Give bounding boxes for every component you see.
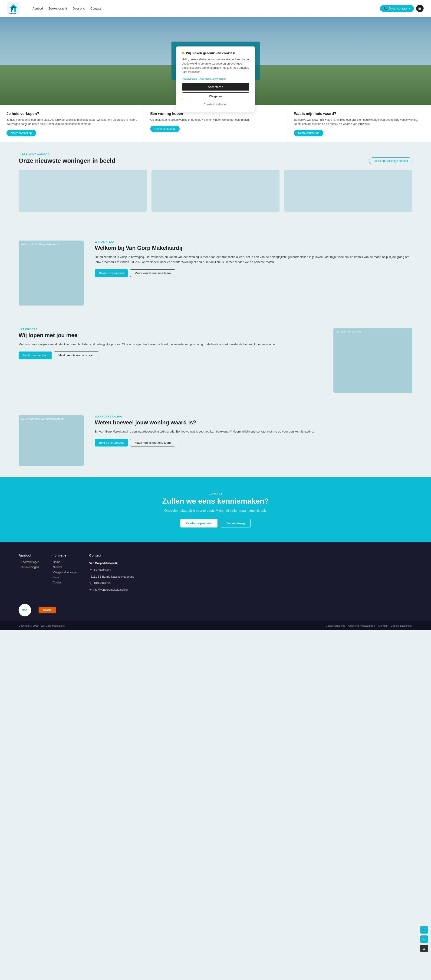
- footer-link-links: Links: [50, 576, 78, 579]
- cookie-decline-button[interactable]: Weigeren: [182, 92, 249, 100]
- footer-address-line: 📍 Herenstraat 1: [89, 568, 134, 573]
- properties-grid: [19, 170, 412, 216]
- footer-link-home-a[interactable]: Home: [53, 560, 60, 564]
- contact-btn2[interactable]: Bel mij terug: [221, 519, 251, 528]
- footer-phone-line: 📞 013-2340080: [89, 581, 134, 586]
- svg-rect-5: [12, 10, 14, 12]
- featured-cta-button[interactable]: Bekijk ons volledige aanbod: [369, 158, 412, 164]
- process-tag: HET PROCES: [19, 328, 322, 331]
- process-image: Wij lopen met jou mee: [334, 328, 412, 393]
- about-image: Welkom bij Van Gorp Makelaardij: [19, 240, 84, 305]
- footer-link-home: Home: [50, 560, 78, 564]
- nav-aanbod[interactable]: Aanbod: [32, 7, 43, 10]
- footer-link-faq: Veelgestelde vragen: [50, 571, 78, 574]
- footer-bottom: Copyright © 2025 · Van Gorp Makelaardij …: [0, 621, 431, 630]
- waarde-img-label: Weten hoeveel jouw woning waard is?: [21, 417, 64, 420]
- about-content: WIE ZIJN WIJ Welkom bij Van Gorp Makelaa…: [95, 240, 412, 277]
- waarde-image: Weten hoeveel jouw woning waard is?: [19, 415, 84, 466]
- nav-contact[interactable]: Contact: [90, 7, 101, 10]
- contact-btn-row: Contact opnemen Bel mij terug: [19, 519, 412, 528]
- footer-cookie-instellingen[interactable]: Cookie-instellingen: [391, 624, 412, 627]
- footer-algemene-voorwaarden[interactable]: Algemene voorwaarden: [348, 624, 375, 627]
- nav-over-ons[interactable]: Over ons: [72, 7, 85, 10]
- contact-tag: CONTACT: [19, 492, 412, 495]
- footer-email: info@vangorpmakelaardij.nl: [93, 587, 128, 592]
- footer-col1-links: Koopwoningen Huurwoningen: [19, 560, 39, 569]
- card-kopen-cta[interactable]: Neem contact op: [150, 126, 180, 132]
- cookie-settings-button[interactable]: Cookie-instellingen: [182, 102, 249, 107]
- property-placeholder-2: [152, 170, 280, 212]
- about-text: De huizenmarkt is volop in beweging. Het…: [95, 255, 412, 265]
- navbar: VAN GORP Aanbod Zoekopdracht Over ons Co…: [0, 0, 431, 17]
- cookie-accept-button[interactable]: Accepteren: [182, 83, 249, 91]
- card-kopen-title: Een woning kopen: [150, 112, 281, 116]
- footer-link-huur-a[interactable]: Huurwoningen: [21, 566, 39, 569]
- property-placeholder-3: [284, 170, 412, 212]
- process-btn2[interactable]: Maak kennis met ons team: [54, 352, 99, 359]
- featured-section: UITGELICHT AANBOD Onze nieuwste woningen…: [0, 142, 431, 229]
- footer-link-faq-a[interactable]: Veelgestelde vragen: [53, 571, 78, 574]
- footer-link-koop-a[interactable]: Koopwoningen: [21, 560, 39, 564]
- footer-col2-title: Informatie: [50, 554, 78, 557]
- about-btn2[interactable]: Maak kennis met ons team: [130, 269, 175, 277]
- location-icon: 📍: [89, 568, 93, 573]
- process-btn1[interactable]: Bekijk ons aanbod: [19, 352, 51, 359]
- card-waarde-cta[interactable]: Neem contact op: [294, 130, 323, 136]
- footer-link-contact-a[interactable]: Contact: [53, 581, 62, 584]
- contact-section: CONTACT Zullen we eens kennismaken? Onze…: [0, 477, 431, 542]
- footer-cookieverklaring[interactable]: Cookieverklaring: [326, 624, 345, 627]
- featured-title: Onze nieuwste woningen in beeld: [19, 157, 115, 164]
- footer-col2-links: Home Nieuws Veelgestelde vragen Links Co…: [50, 560, 78, 584]
- footer-link-nieuws-a[interactable]: Nieuws: [53, 566, 62, 569]
- menu-icon: ☰: [418, 6, 421, 11]
- card-verkopen: Je huis verkopen? Je huis verkopen is ee…: [0, 105, 144, 142]
- footer-company-name: Van Gorp Makelaardij: [89, 560, 134, 566]
- footer-col3-title: Contact: [89, 554, 134, 557]
- logo-icon: VAN GORP: [8, 2, 19, 14]
- cookie-links: Privacybeleid Algemene voorwaarden: [182, 77, 249, 80]
- process-btn-row: Bekijk ons aanbod Maak kennis met ons te…: [19, 352, 322, 359]
- navbar-links: Aanbod Zoekopdracht Over ons Contact: [32, 7, 372, 10]
- funda-text: funda: [43, 608, 51, 612]
- featured-header: Onze nieuwste woningen in beeld Bekijk o…: [19, 157, 412, 164]
- footer-col-info: Informatie Home Nieuws Veelgestelde vrag…: [50, 554, 78, 593]
- process-title: Wij lopen met jou mee: [19, 332, 322, 339]
- card-waarde: Wat is mijn huis waard? Benieuwd wat jou…: [287, 105, 431, 142]
- footer-copyright: Copyright © 2025 · Van Gorp Makelaardij: [19, 624, 65, 627]
- cookie-privacy-link[interactable]: Privacybeleid: [182, 77, 197, 80]
- footer-col-contact: Contact Van Gorp Makelaardij 📍 Herenstra…: [89, 554, 134, 593]
- card-verkopen-cta[interactable]: Neem contact op: [6, 130, 36, 136]
- waarde-btn2[interactable]: Maak kennis met ons team: [130, 439, 175, 447]
- waarde-btn1[interactable]: Bekijk ons aanbod: [95, 439, 128, 447]
- footer-phone: 013-2340080: [94, 581, 110, 586]
- about-btn-row: Bekijk ons aanbod Maak kennis met ons te…: [95, 269, 412, 277]
- logo[interactable]: VAN GORP: [8, 2, 19, 14]
- process-img-label: Wij lopen met jou mee: [336, 330, 361, 333]
- card-kopen-text: Op zoek naar je droomwoning in de regio?…: [150, 118, 281, 122]
- cookie-title: Wij maken gebruik van cookies!: [186, 51, 235, 55]
- direct-contact-button[interactable]: 📞 Direct contact ▾: [380, 5, 414, 12]
- featured-tag: UITGELICHT AANBOD: [19, 153, 412, 156]
- phone-icon-footer: 📞: [89, 581, 93, 586]
- hamburger-menu-button[interactable]: ☰: [416, 5, 423, 12]
- vbo-text: VBO: [22, 609, 27, 611]
- direct-contact-label: Direct contact: [389, 7, 407, 10]
- process-section: HET PROCES Wij lopen met jou mee Met mij…: [0, 317, 431, 404]
- footer-sitemap[interactable]: Sitemap: [378, 624, 388, 627]
- waarde-content: WAARDEBEPALING Weten hoeveel jouw woning…: [95, 415, 412, 447]
- nav-zoekopdracht[interactable]: Zoekopdracht: [49, 7, 67, 10]
- footer-col1-title: Aanbod: [19, 554, 39, 557]
- footer-link-links-a[interactable]: Links: [53, 576, 59, 579]
- contact-btn1[interactable]: Contact opnemen: [180, 519, 217, 528]
- svg-text:VAN GORP: VAN GORP: [9, 13, 16, 14]
- contact-title: Zullen we eens kennismaken?: [19, 497, 412, 506]
- cookie-terms-link[interactable]: Algemene voorwaarden: [200, 77, 226, 80]
- cookie-text: Hallo, deze website gebruikt essentiële …: [182, 57, 249, 74]
- email-icon: ✉: [89, 587, 91, 592]
- about-title: Welkom bij Van Gorp Makelaardij: [95, 245, 412, 251]
- cookie-banner: Wij maken gebruik van cookies! Hallo, de…: [176, 46, 255, 112]
- vbo-logo: VBO: [19, 604, 31, 616]
- contact-text: Onze deur staat altijd voor je open. Mai…: [19, 509, 412, 512]
- waarde-section: Weten hoeveel jouw woning waard is? WAAR…: [0, 404, 431, 477]
- about-btn1[interactable]: Bekijk ons aanbod: [95, 269, 128, 277]
